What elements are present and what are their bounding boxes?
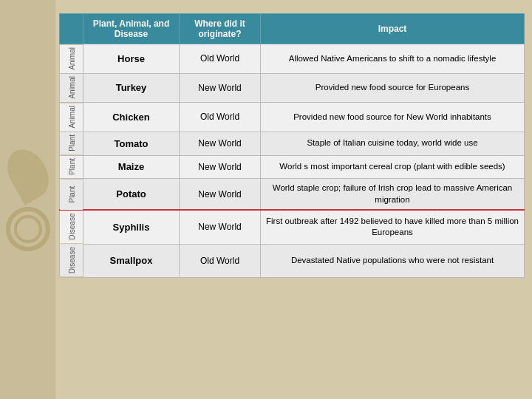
name-cell: Smallpox bbox=[83, 244, 180, 277]
origin-cell: New World bbox=[180, 132, 261, 155]
name-cell: Tomato bbox=[83, 132, 180, 155]
origin-cell: New World bbox=[180, 155, 261, 179]
impact-cell: First outbreak after 1492 believed to ha… bbox=[261, 210, 525, 244]
header-category bbox=[60, 14, 83, 44]
origin-cell: New World bbox=[180, 210, 261, 244]
table-row: AnimalTurkeyNew WorldProvided new food s… bbox=[60, 73, 525, 103]
name-cell: Turkey bbox=[83, 73, 180, 103]
category-cell: Disease bbox=[60, 210, 83, 244]
main-table-container: Plant, Animal, and Disease Where did it … bbox=[59, 13, 525, 386]
name-cell: Chicken bbox=[83, 103, 180, 132]
category-cell: Animal bbox=[60, 73, 83, 103]
table-row: AnimalHorseOld WorldAllowed Native Ameri… bbox=[60, 44, 525, 74]
impact-cell: Devastated Native populations who were n… bbox=[261, 244, 525, 277]
category-cell: Plant bbox=[60, 155, 83, 179]
origin-cell: New World bbox=[180, 73, 261, 103]
table-row: PlantTomatoNew WorldStaple of Italian cu… bbox=[60, 132, 525, 155]
table-row: PlantPotatoNew WorldWorld staple crop; f… bbox=[60, 179, 525, 211]
circle-decoration-outer bbox=[6, 207, 50, 251]
impact-cell: Allowed Native Americans to shift to a n… bbox=[261, 44, 525, 74]
name-cell: Maize bbox=[83, 155, 180, 179]
category-cell: Disease bbox=[60, 244, 83, 277]
origin-cell: New World bbox=[180, 179, 261, 211]
impact-cell: Provided new food source for Europeans bbox=[261, 73, 525, 103]
circle-decoration-inner bbox=[14, 215, 42, 243]
table-row: DiseaseSmallpoxOld WorldDevastated Nativ… bbox=[60, 244, 525, 277]
category-cell: Plant bbox=[60, 132, 83, 155]
category-cell: Plant bbox=[60, 179, 83, 211]
origin-cell: Old World bbox=[180, 103, 261, 132]
impact-cell: Staple of Italian cuisine today, world w… bbox=[261, 132, 525, 155]
table-row: DiseaseSyphilisNew WorldFirst outbreak a… bbox=[60, 210, 525, 244]
columbian-exchange-table: Plant, Animal, and Disease Where did it … bbox=[59, 13, 525, 278]
impact-cell: World staple crop; failure of Irish crop… bbox=[261, 179, 525, 211]
header-name: Plant, Animal, and Disease bbox=[83, 14, 180, 44]
category-cell: Animal bbox=[60, 103, 83, 132]
decorative-sidebar bbox=[0, 0, 55, 399]
name-cell: Potato bbox=[83, 179, 180, 211]
name-cell: Horse bbox=[83, 44, 180, 74]
name-cell: Syphilis bbox=[83, 210, 180, 244]
table-row: PlantMaizeNew WorldWorld s most importan… bbox=[60, 155, 525, 179]
table-header-row: Plant, Animal, and Disease Where did it … bbox=[60, 14, 525, 44]
header-impact: Impact bbox=[261, 14, 525, 44]
impact-cell: World s most important cereal crop (plan… bbox=[261, 155, 525, 179]
origin-cell: Old World bbox=[180, 244, 261, 277]
header-origin: Where did it originate? bbox=[180, 14, 261, 44]
origin-cell: Old World bbox=[180, 44, 261, 74]
table-row: AnimalChickenOld WorldProvided new food … bbox=[60, 103, 525, 132]
impact-cell: Provided new food source for New World i… bbox=[261, 103, 525, 132]
leaf-decoration bbox=[0, 142, 57, 205]
category-cell: Animal bbox=[60, 44, 83, 74]
